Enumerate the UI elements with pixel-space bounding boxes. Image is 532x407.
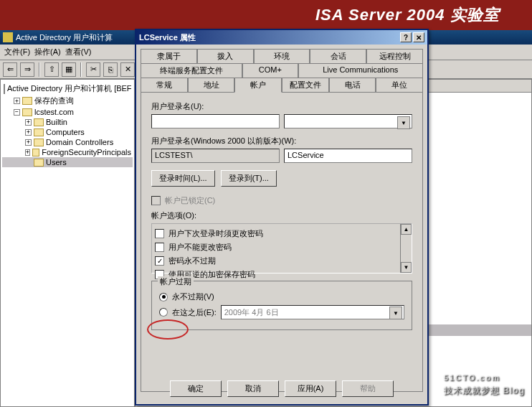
tab-帐户[interactable]: 帐户: [234, 78, 282, 93]
cancel-button[interactable]: 取消: [227, 380, 279, 397]
dialog-title: LCService 属性: [139, 32, 196, 43]
logon-to-button[interactable]: 登录到(T)...: [221, 170, 277, 187]
tab-会话[interactable]: 会话: [310, 49, 366, 63]
tab-远程控制[interactable]: 远程控制: [366, 49, 423, 63]
app-icon: [3, 32, 13, 42]
help-button-bottom[interactable]: 帮助: [342, 380, 394, 397]
tab-拨入[interactable]: 拨入: [197, 49, 254, 63]
dialog-titlebar[interactable]: LCService 属性 ? ✕: [136, 30, 427, 45]
tab-地址[interactable]: 地址: [188, 78, 235, 93]
tab-Live Communications[interactable]: Live Communications: [298, 63, 423, 78]
up-button[interactable]: ⇧: [44, 62, 59, 77]
close-button[interactable]: ✕: [413, 32, 424, 42]
cut-button[interactable]: ✂: [86, 62, 100, 77]
tree-pane: Active Directory 用户和计算机 [BEF +保存的查询 −lcs…: [0, 79, 135, 407]
tree-saved-queries[interactable]: +保存的查询: [2, 95, 133, 107]
tree-root[interactable]: Active Directory 用户和计算机 [BEF: [2, 83, 133, 95]
logon-name-input[interactable]: [151, 114, 280, 128]
account-expire-group: 帐户过期 永不过期(V) 在这之后(E): 2009年 4月 6日: [151, 281, 412, 330]
expire-never-label: 永不过期(V): [172, 291, 214, 302]
menu-file[interactable]: 文件(F): [4, 47, 30, 57]
tab-终端服务配置文件[interactable]: 终端服务配置文件: [141, 63, 242, 78]
properties-dialog: LCService 属性 ? ✕ 隶属于拨入环境会话远程控制 终端服务配置文件C…: [135, 29, 429, 406]
expire-on-radio[interactable]: [159, 308, 168, 317]
forward-button[interactable]: ⇒: [20, 62, 34, 77]
options-scrollbar[interactable]: ▲▼: [400, 224, 412, 273]
expire-never-radio[interactable]: [159, 293, 168, 301]
tab-COM+[interactable]: COM+: [242, 63, 298, 78]
menu-view[interactable]: 查看(V): [65, 47, 92, 57]
parent-title: Active Directory 用户和计算: [16, 32, 113, 43]
scroll-down-icon[interactable]: ▼: [401, 262, 412, 273]
account-locked-label: 帐户已锁定(C): [165, 195, 215, 206]
watermark: 51CTO.com 技术成就梦想 Blog: [444, 366, 525, 397]
logon-domain-field: LCSTEST\: [151, 149, 280, 163]
opt-never-expire-label: 密码永不过期: [168, 256, 216, 266]
back-button[interactable]: ⇐: [3, 62, 17, 77]
account-options-list: 用户下次登录时须更改密码 用户不能更改密码 ✓密码永不过期 使用可逆的加密保存密…: [151, 223, 412, 273]
expire-date-picker[interactable]: 2009年 4月 6日: [221, 305, 404, 319]
opt-cannot-change-checkbox[interactable]: [155, 243, 164, 252]
tab-电话[interactable]: 电话: [329, 78, 376, 93]
tab-单位[interactable]: 单位: [376, 78, 423, 93]
tab-常规[interactable]: 常规: [141, 78, 188, 93]
logon-hours-button[interactable]: 登录时间(L)...: [151, 170, 215, 187]
ok-button[interactable]: 确定: [170, 380, 222, 397]
tree-domain[interactable]: −lcstest.com: [2, 107, 133, 117]
tree-users[interactable]: Users: [2, 157, 133, 167]
tab-panel-account: 用户登录名(U): 用户登录名(Windows 2000 以前版本)(W): L…: [141, 92, 423, 392]
tree-computers[interactable]: +Computers: [2, 127, 133, 137]
logon-name-label: 用户登录名(U):: [151, 101, 412, 112]
copy-button[interactable]: ⎘: [103, 62, 118, 77]
logon-name-2000-label: 用户登录名(Windows 2000 以前版本)(W):: [151, 136, 412, 146]
account-expire-legend: 帐户过期: [158, 276, 194, 287]
account-locked-checkbox[interactable]: [151, 196, 161, 205]
opt-cannot-change-label: 用户不能更改密码: [168, 242, 232, 253]
opt-never-expire-checkbox[interactable]: ✓: [155, 256, 164, 266]
tree-builtin[interactable]: +Builtin: [2, 117, 133, 127]
opt-must-change-label: 用户下次登录时须更改密码: [168, 228, 263, 239]
props-button[interactable]: ▦: [62, 62, 76, 77]
account-options-label: 帐户选项(O):: [151, 210, 412, 221]
tab-环境[interactable]: 环境: [254, 49, 310, 63]
help-button[interactable]: ?: [400, 32, 412, 42]
app-banner: ISA Server 2004 实验室: [0, 0, 532, 30]
logon-user-field[interactable]: LCService: [284, 149, 412, 163]
tree-fsp[interactable]: +ForeignSecurityPrincipals: [2, 147, 133, 157]
tab-隶属于[interactable]: 隶属于: [141, 49, 197, 63]
apply-button[interactable]: 应用(A): [285, 380, 336, 397]
upn-suffix-combo[interactable]: [284, 114, 412, 128]
tree-dc[interactable]: +Domain Controllers: [2, 137, 133, 147]
menu-action[interactable]: 操作(A): [34, 47, 61, 57]
scroll-up-icon[interactable]: ▲: [401, 224, 412, 235]
expire-on-label: 在这之后(E):: [172, 307, 217, 318]
opt-must-change-checkbox[interactable]: [155, 229, 164, 238]
tab-配置文件[interactable]: 配置文件: [282, 78, 329, 93]
delete-button[interactable]: ✕: [120, 62, 135, 77]
